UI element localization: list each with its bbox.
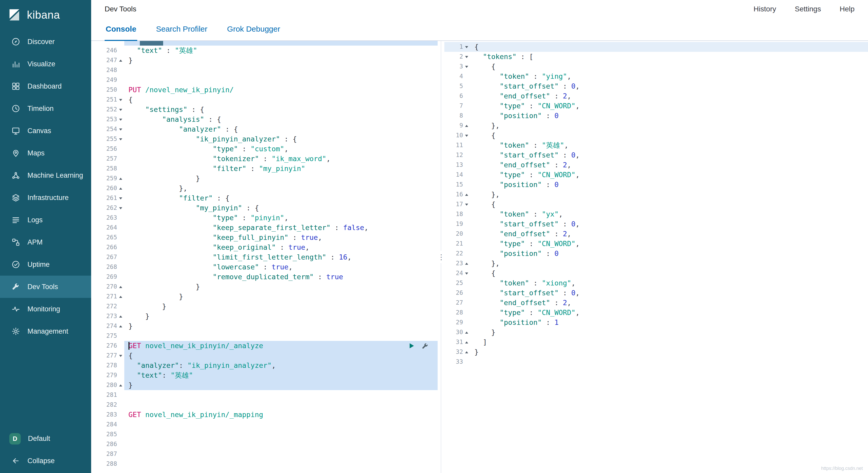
code-line[interactable]: 263 "type" : "pinyin", xyxy=(91,213,438,223)
code-line[interactable]: 276GET novel_new_ik_pinyin/_analyze xyxy=(91,341,438,351)
fold-open-icon[interactable] xyxy=(117,193,124,203)
code-line[interactable]: 255 "ik_pinyin_analyzer" : { xyxy=(91,134,438,144)
resizer-handle-icon[interactable] xyxy=(438,251,444,263)
code-line[interactable]: 26 "start_offset" : 0, xyxy=(444,288,868,298)
code-line[interactable]: 259 } xyxy=(91,174,438,183)
code-line[interactable]: 6 "end_offset" : 2, xyxy=(444,91,868,101)
fold-end-icon[interactable] xyxy=(117,282,124,292)
fold-end-icon[interactable] xyxy=(117,321,124,331)
code-line[interactable]: 4 "token" : "ying", xyxy=(444,71,868,81)
pane-resizer[interactable] xyxy=(438,41,444,473)
code-line[interactable]: 23 }, xyxy=(444,259,868,268)
fold-open-icon[interactable] xyxy=(117,124,124,134)
code-line[interactable]: 282 xyxy=(91,400,438,410)
code-line[interactable]: 251{ xyxy=(91,95,438,105)
header-link-history[interactable]: History xyxy=(753,5,776,13)
code-line[interactable]: 249 xyxy=(91,75,438,85)
tab-search-profiler[interactable]: Search Profiler xyxy=(155,18,208,41)
code-line[interactable]: 30 } xyxy=(444,327,868,337)
sidebar-item-infrastructure[interactable]: Infrastructure xyxy=(0,186,91,209)
fold-end-icon[interactable] xyxy=(117,55,124,65)
code-line[interactable]: 274} xyxy=(91,321,438,331)
fold-end-icon[interactable] xyxy=(463,189,470,200)
code-line[interactable]: 11 "token" : "英雄", xyxy=(444,140,868,150)
code-line[interactable]: 12 "start_offset" : 0, xyxy=(444,150,868,160)
code-line[interactable]: 252 "settings" : { xyxy=(91,105,438,115)
code-line[interactable]: 286 xyxy=(91,439,438,449)
code-line[interactable]: 253 "analysis" : { xyxy=(91,115,438,124)
code-line[interactable]: 273 } xyxy=(91,312,438,321)
code-line[interactable]: 262 "my_pinyin" : { xyxy=(91,203,438,213)
code-line[interactable]: 32} xyxy=(444,347,868,357)
fold-open-icon[interactable] xyxy=(463,130,470,140)
fold-end-icon[interactable] xyxy=(117,380,124,390)
code-line[interactable]: 254 "analyzer" : { xyxy=(91,124,438,134)
code-line[interactable]: 1{ xyxy=(444,42,868,52)
code-line[interactable]: 271 } xyxy=(91,292,438,301)
code-line[interactable]: 246 "text" : "英雄" xyxy=(91,46,438,55)
code-line[interactable]: 269 "remove_duplicated_term" : true xyxy=(91,272,438,282)
fold-open-icon[interactable] xyxy=(117,134,124,144)
code-line[interactable]: 18 "token" : "yx", xyxy=(444,209,868,219)
sidebar-item-management[interactable]: Management xyxy=(0,320,91,343)
code-line[interactable]: 281 xyxy=(91,390,438,400)
code-line[interactable]: 21 "type" : "CN_WORD", xyxy=(444,239,868,249)
code-line[interactable]: 287 xyxy=(91,449,438,459)
code-line[interactable]: 250PUT /novel_new_ik_pinyin/ xyxy=(91,85,438,95)
code-line[interactable]: 265 "keep_full_pinyin" : true, xyxy=(91,233,438,242)
code-line[interactable]: 268 "lowercase" : true, xyxy=(91,262,438,272)
fold-end-icon[interactable] xyxy=(463,259,470,268)
fold-open-icon[interactable] xyxy=(117,351,124,361)
code-line[interactable]: 267 "limit_first_letter_length" : 16, xyxy=(91,252,438,262)
collapse-nav-button[interactable]: Collapse xyxy=(0,450,91,472)
fold-end-icon[interactable] xyxy=(117,312,124,321)
code-line[interactable]: 280} xyxy=(91,380,438,390)
code-line[interactable]: 261 "filter" : { xyxy=(91,193,438,203)
sidebar-item-logs[interactable]: Logs xyxy=(0,209,91,231)
code-line[interactable]: 15 "position" : 0 xyxy=(444,180,868,189)
request-options-button[interactable] xyxy=(421,342,428,349)
tab-console[interactable]: Console xyxy=(104,18,137,41)
sidebar-item-uptime[interactable]: Uptime xyxy=(0,253,91,276)
fold-end-icon[interactable] xyxy=(463,347,470,357)
space-switcher[interactable]: D Default xyxy=(0,427,91,450)
code-line[interactable]: 20 "end_offset" : 2, xyxy=(444,229,868,239)
code-line[interactable]: 9 }, xyxy=(444,121,868,130)
sidebar-item-machine-learning[interactable]: Machine Learning xyxy=(0,164,91,186)
response-viewer[interactable]: 1{2 "tokens" : [3 {4 "token" : "ying",5 … xyxy=(444,41,868,473)
code-line[interactable]: 270 } xyxy=(91,282,438,292)
code-line[interactable]: 17 { xyxy=(444,200,868,209)
fold-open-icon[interactable] xyxy=(117,105,124,115)
fold-open-icon[interactable] xyxy=(463,62,470,71)
code-line[interactable]: 277{ xyxy=(91,351,438,361)
code-line[interactable]: 25 "token" : "xiong", xyxy=(444,278,868,288)
fold-end-icon[interactable] xyxy=(117,292,124,301)
sidebar-item-dev-tools[interactable]: Dev Tools xyxy=(0,276,91,298)
code-line[interactable]: 260 }, xyxy=(91,183,438,193)
sidebar-item-timelion[interactable]: Timelion xyxy=(0,97,91,120)
code-line[interactable]: 264 "keep_separate_first_letter" : false… xyxy=(91,223,438,233)
fold-open-icon[interactable] xyxy=(117,115,124,124)
code-line[interactable]: 272 } xyxy=(91,301,438,312)
code-line[interactable]: 13 "end_offset" : 2, xyxy=(444,160,868,170)
code-line[interactable]: 16 }, xyxy=(444,189,868,200)
console-editor[interactable]: 246 "text" : "英雄"247}248249250PUT /novel… xyxy=(91,41,438,473)
header-link-settings[interactable]: Settings xyxy=(795,5,821,13)
fold-end-icon[interactable] xyxy=(463,327,470,337)
code-line[interactable]: 8 "position" : 0 xyxy=(444,111,868,121)
fold-end-icon[interactable] xyxy=(463,337,470,347)
sidebar-item-canvas[interactable]: Canvas xyxy=(0,120,91,142)
code-line[interactable]: 19 "start_offset" : 0, xyxy=(444,219,868,229)
code-line[interactable]: 279 "text": "英雄" xyxy=(91,371,438,380)
fold-open-icon[interactable] xyxy=(117,95,124,105)
fold-open-icon[interactable] xyxy=(117,203,124,213)
fold-end-icon[interactable] xyxy=(117,174,124,183)
fold-open-icon[interactable] xyxy=(463,42,470,52)
code-line[interactable]: 7 "type" : "CN_WORD", xyxy=(444,101,868,111)
code-line[interactable]: 257 "tokenizer" : "ik_max_word", xyxy=(91,154,438,164)
code-line[interactable]: 22 "position" : 0 xyxy=(444,249,868,259)
tab-grok-debugger[interactable]: Grok Debugger xyxy=(226,18,281,41)
sidebar-item-visualize[interactable]: Visualize xyxy=(0,53,91,75)
code-line[interactable]: 31 ] xyxy=(444,337,868,347)
fold-end-icon[interactable] xyxy=(463,121,470,130)
